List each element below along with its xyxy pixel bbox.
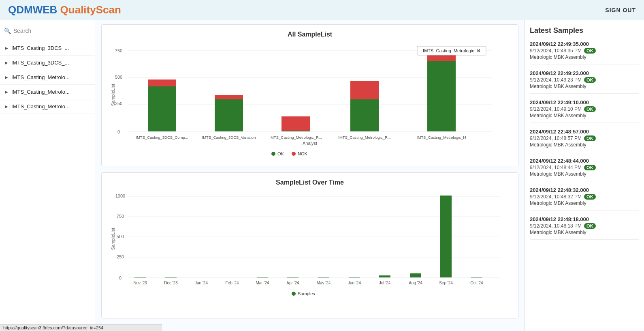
svg-text:0: 0 bbox=[117, 129, 120, 134]
sample-name: Metrologic MBK Assembly bbox=[530, 54, 639, 60]
sample-subdate: 9/12/2024, 10:48:44 PM bbox=[530, 165, 582, 170]
chevron-right-icon: ▶ bbox=[5, 90, 8, 94]
sidebar-item-label: IMTS_Casting_Metrolo... bbox=[11, 103, 90, 110]
bar-chart-title: All SampleList bbox=[108, 31, 512, 38]
svg-rect-33 bbox=[165, 277, 177, 277]
sidebar-item-3[interactable]: ▶ IMTS_Casting_Metrolo... bbox=[0, 85, 95, 99]
sidebar-item-label: IMTS_Casting_Metrolo... bbox=[11, 89, 90, 95]
right-panel: Latest Samples 2024/09/12 22:49:35.000 9… bbox=[525, 20, 644, 331]
svg-text:IMTS_Casting_3DCS_Variation: IMTS_Casting_3DCS_Variation bbox=[202, 135, 256, 140]
sidebar-item-4[interactable]: ▶ IMTS_Casting_Metrolo... bbox=[0, 99, 95, 114]
sample-name: Metrologic MBK Assembly bbox=[530, 230, 639, 235]
svg-text:IMTS_Casting_Metrologic_R...: IMTS_Casting_Metrologic_R... bbox=[269, 135, 322, 140]
sidebar-item-1[interactable]: ▶ IMTS_Casting_3DCS_... bbox=[0, 56, 95, 70]
svg-rect-40 bbox=[440, 196, 452, 277]
url-bar: https://qualityscan3.3dcs.com/?datasourc… bbox=[0, 324, 162, 331]
svg-text:IMTS_Casting_3DCS_Comp...: IMTS_Casting_3DCS_Comp... bbox=[136, 135, 188, 140]
search-icon: 🔍 bbox=[4, 28, 11, 34]
svg-rect-34 bbox=[257, 277, 268, 277]
status-badge: OK bbox=[584, 77, 596, 83]
sample-subdate: 9/12/2024, 10:49:23 PM bbox=[530, 77, 582, 83]
sample-subdate: 9/12/2024, 10:48:32 PM bbox=[530, 194, 582, 200]
svg-rect-36 bbox=[318, 277, 329, 277]
sample-subdate: 9/12/2024, 10:49:35 PM bbox=[530, 48, 582, 54]
svg-text:SampleList: SampleList bbox=[111, 84, 115, 106]
sample-sub: 9/12/2024, 10:49:23 PM OK bbox=[530, 77, 639, 83]
sidebar-item-label: IMTS_Casting_3DCS_... bbox=[11, 45, 90, 51]
chevron-right-icon: ▶ bbox=[5, 46, 8, 50]
svg-text:250: 250 bbox=[115, 101, 122, 106]
sample-name: Metrologic MBK Assembly bbox=[530, 142, 639, 148]
sample-datetime: 2024/09/12 22:49:10.000 bbox=[530, 99, 639, 105]
sample-name: Metrologic MBK Assembly bbox=[530, 200, 639, 206]
search-input[interactable] bbox=[13, 28, 78, 34]
app-header: QDMWEB QualityScan SIGN OUT bbox=[0, 0, 644, 20]
svg-text:750: 750 bbox=[115, 48, 122, 53]
sample-datetime: 2024/09/12 22:48:57.000 bbox=[530, 129, 639, 135]
svg-text:250: 250 bbox=[117, 254, 124, 259]
svg-text:0: 0 bbox=[119, 275, 122, 280]
bar-chart-container: All SampleList 750 500 250 0 SampleList bbox=[101, 24, 518, 166]
status-badge: OK bbox=[584, 48, 596, 54]
svg-rect-32 bbox=[134, 277, 146, 277]
status-badge: OK bbox=[584, 194, 596, 200]
sample-name: Metrologic MBK Assembly bbox=[530, 84, 639, 89]
line-chart-container: SampleList Over Time 1000 750 500 250 0 … bbox=[101, 172, 518, 318]
svg-text:Analyst: Analyst bbox=[303, 141, 317, 146]
sample-entry-5: 2024/09/12 22:48:32.000 9/12/2024, 10:48… bbox=[530, 187, 639, 211]
latest-samples-title: Latest Samples bbox=[530, 26, 639, 35]
sample-name: Metrologic MBK Assembly bbox=[530, 171, 639, 177]
bar-chart-svg: 750 500 250 0 SampleList bbox=[108, 42, 512, 160]
bar-ok bbox=[215, 99, 243, 131]
sidebar-item-label: IMTS_Casting_3DCS_... bbox=[11, 60, 90, 66]
sign-out-button[interactable]: SIGN OUT bbox=[605, 7, 636, 13]
bar-ok bbox=[281, 131, 310, 131]
svg-text:Nov '23: Nov '23 bbox=[133, 281, 147, 285]
bar-nok bbox=[350, 81, 379, 99]
sidebar: 🔍 ▶ IMTS_Casting_3DCS_... ▶ IMTS_Casting… bbox=[0, 20, 95, 331]
sample-datetime: 2024/09/12 22:49:35.000 bbox=[530, 41, 639, 47]
sample-entry-0: 2024/09/12 22:49:35.000 9/12/2024, 10:49… bbox=[530, 41, 639, 64]
svg-text:IMTS_Casting_Metrologic_R...: IMTS_Casting_Metrologic_R... bbox=[338, 135, 390, 140]
svg-point-17 bbox=[271, 152, 275, 156]
sample-datetime: 2024/09/12 22:48:44.000 bbox=[530, 158, 639, 164]
svg-text:Feb '24: Feb '24 bbox=[225, 281, 239, 285]
svg-text:Jun '24: Jun '24 bbox=[348, 281, 361, 285]
svg-text:IMTS_Casting_Metrologic_I4: IMTS_Casting_Metrologic_I4 bbox=[417, 135, 467, 140]
sample-datetime: 2024/09/12 22:49:23.000 bbox=[530, 70, 639, 76]
sample-datetime: 2024/09/12 22:48:18.000 bbox=[530, 216, 639, 222]
svg-text:SampleList: SampleList bbox=[111, 228, 115, 250]
line-chart-svg: 1000 750 500 250 0 SampleList bbox=[108, 190, 512, 312]
sample-sub: 9/12/2024, 10:49:10 PM OK bbox=[530, 106, 639, 112]
sidebar-item-0[interactable]: ▶ IMTS_Casting_3DCS_... bbox=[0, 41, 95, 56]
bar-nok bbox=[281, 116, 310, 131]
sample-subdate: 9/12/2024, 10:49:10 PM bbox=[530, 106, 582, 112]
bar-ok bbox=[350, 99, 379, 131]
svg-text:Mar '24: Mar '24 bbox=[256, 281, 269, 285]
svg-text:500: 500 bbox=[117, 234, 124, 239]
svg-point-54 bbox=[292, 292, 296, 296]
main-content: All SampleList 750 500 250 0 SampleList bbox=[95, 20, 525, 331]
sample-entry-3: 2024/09/12 22:48:57.000 9/12/2024, 10:48… bbox=[530, 129, 639, 152]
svg-text:Samples: Samples bbox=[298, 291, 315, 296]
app-logo: QDMWEB QualityScan bbox=[8, 4, 121, 16]
sample-sub: 9/12/2024, 10:48:44 PM OK bbox=[530, 165, 639, 170]
svg-text:OK: OK bbox=[277, 151, 284, 156]
sample-entry-4: 2024/09/12 22:48:44.000 9/12/2024, 10:48… bbox=[530, 158, 639, 181]
svg-text:NOK: NOK bbox=[298, 151, 308, 156]
sidebar-item-2[interactable]: ▶ IMTS_Casting_Metrolo... bbox=[0, 70, 95, 85]
line-chart-title: SampleList Over Time bbox=[108, 179, 512, 186]
svg-rect-38 bbox=[379, 275, 390, 277]
logo-qdm-text: QDMWEB bbox=[8, 4, 57, 16]
svg-text:Oct '24: Oct '24 bbox=[470, 281, 483, 285]
svg-rect-41 bbox=[471, 277, 482, 277]
status-badge: OK bbox=[584, 135, 596, 141]
line-chart: 1000 750 500 250 0 SampleList bbox=[108, 190, 512, 312]
svg-text:Aug '24: Aug '24 bbox=[409, 281, 422, 285]
svg-text:Sep '24: Sep '24 bbox=[439, 281, 453, 285]
svg-text:750: 750 bbox=[117, 214, 124, 219]
svg-text:1000: 1000 bbox=[115, 193, 125, 198]
chevron-right-icon: ▶ bbox=[5, 104, 8, 109]
search-box[interactable]: 🔍 bbox=[4, 28, 91, 36]
bar-chart: 750 500 250 0 SampleList bbox=[108, 42, 512, 160]
